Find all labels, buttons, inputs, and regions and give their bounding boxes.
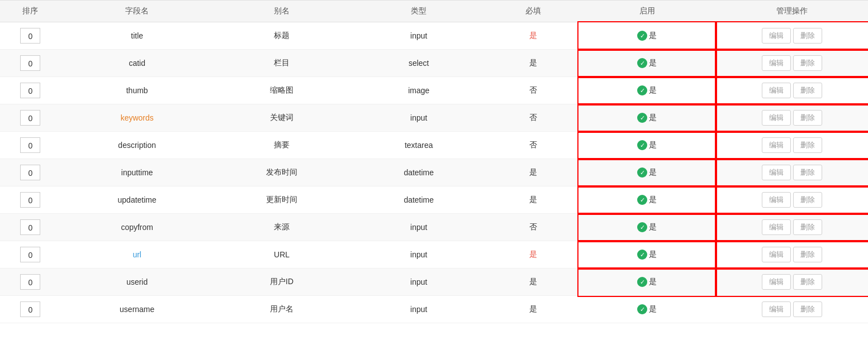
required-cell: 否 [487, 214, 578, 241]
table-row: 0urlURLinput是✓是编辑删除 [0, 241, 868, 269]
delete-button[interactable]: 删除 [793, 165, 822, 180]
type-cell: input [350, 22, 487, 50]
edit-button[interactable]: 编辑 [762, 55, 791, 71]
enabled-cell: ✓是 [578, 214, 715, 241]
alias-cell: 来源 [213, 214, 350, 241]
order-input[interactable]: 0 [20, 165, 40, 180]
field-name-cell: title [61, 22, 213, 50]
required-cell: 否 [487, 104, 578, 132]
required-cell: 是 [487, 269, 578, 296]
enabled-text: 是 [649, 31, 657, 41]
order-input[interactable]: 0 [20, 247, 40, 262]
alias-cell: URL [213, 241, 350, 269]
order-cell: 0 [0, 241, 61, 269]
enabled-cell: ✓是 [578, 50, 715, 77]
delete-button[interactable]: 删除 [793, 219, 822, 235]
enabled-text: 是 [649, 140, 657, 150]
order-input[interactable]: 0 [20, 28, 40, 44]
edit-button[interactable]: 编辑 [762, 83, 791, 98]
col-header-order: 排序 [0, 1, 61, 22]
type-cell: input [350, 214, 487, 241]
edit-button[interactable]: 编辑 [762, 219, 791, 235]
order-input[interactable]: 0 [20, 110, 40, 126]
edit-button[interactable]: 编辑 [762, 301, 791, 317]
edit-button[interactable]: 编辑 [762, 165, 791, 180]
edit-button[interactable]: 编辑 [762, 192, 791, 208]
delete-button[interactable]: 删除 [793, 110, 822, 126]
enabled-cell: ✓是 [578, 132, 715, 159]
actions-cell: 编辑删除 [716, 104, 869, 132]
required-text: 否 [529, 85, 537, 94]
delete-button[interactable]: 删除 [793, 55, 822, 71]
field-name-text: username [120, 305, 154, 314]
required-cell: 否 [487, 132, 578, 159]
enabled-text: 是 [649, 304, 657, 314]
required-text: 是 [529, 58, 537, 67]
delete-button[interactable]: 删除 [793, 137, 822, 153]
delete-button[interactable]: 删除 [793, 28, 822, 44]
enabled-cell: ✓是 [578, 77, 715, 104]
col-header-enabled: 启用 [578, 1, 715, 22]
type-cell: image [350, 77, 487, 104]
order-input[interactable]: 0 [20, 55, 40, 71]
enabled-cell: ✓是 [578, 159, 715, 186]
table-row: 0userid用户IDinput是✓是编辑删除 [0, 269, 868, 296]
check-icon: ✓ [637, 167, 647, 178]
order-input[interactable]: 0 [20, 274, 40, 290]
order-input[interactable]: 0 [20, 301, 40, 317]
field-name-text: userid [126, 277, 148, 286]
required-text: 是 [529, 277, 537, 286]
order-input[interactable]: 0 [20, 192, 40, 208]
table-row: 0title标题input是✓是编辑删除 [0, 22, 868, 50]
check-icon: ✓ [637, 31, 647, 41]
field-name-text: catid [129, 59, 145, 68]
field-name-cell: url [61, 241, 213, 269]
required-text: 是 [529, 250, 537, 258]
edit-button[interactable]: 编辑 [762, 110, 791, 126]
edit-button[interactable]: 编辑 [762, 137, 791, 153]
edit-button[interactable]: 编辑 [762, 274, 791, 290]
alias-cell: 用户ID [213, 269, 350, 296]
delete-button[interactable]: 删除 [793, 83, 822, 98]
order-cell: 0 [0, 214, 61, 241]
field-name-cell: keywords [61, 104, 213, 132]
required-text: 是 [529, 31, 537, 40]
alias-cell: 关键词 [213, 104, 350, 132]
field-name-text: thumb [126, 86, 148, 95]
check-icon: ✓ [637, 250, 647, 260]
col-header-field: 字段名 [61, 1, 213, 22]
check-icon: ✓ [637, 222, 647, 232]
table-row: 0catid栏目select是✓是编辑删除 [0, 50, 868, 77]
table-row: 0keywords关键词input否✓是编辑删除 [0, 104, 868, 132]
required-cell: 是 [487, 296, 578, 323]
edit-button[interactable]: 编辑 [762, 28, 791, 44]
enabled-cell: ✓是 [578, 186, 715, 214]
order-input[interactable]: 0 [20, 83, 40, 98]
actions-cell: 编辑删除 [716, 241, 869, 269]
required-cell: 是 [487, 50, 578, 77]
type-cell: select [350, 50, 487, 77]
order-input[interactable]: 0 [20, 219, 40, 235]
field-name-text: inputtime [121, 168, 153, 177]
field-name-cell: userid [61, 269, 213, 296]
enabled-text: 是 [649, 85, 657, 95]
delete-button[interactable]: 删除 [793, 274, 822, 290]
field-name-text: keywords [121, 113, 154, 122]
enabled-text: 是 [649, 222, 657, 232]
type-cell: input [350, 241, 487, 269]
check-icon: ✓ [637, 195, 647, 205]
order-input[interactable]: 0 [20, 137, 40, 153]
alias-cell: 更新时间 [213, 186, 350, 214]
delete-button[interactable]: 删除 [793, 301, 822, 317]
delete-button[interactable]: 删除 [793, 192, 822, 208]
order-cell: 0 [0, 50, 61, 77]
field-name-text: copyfrom [121, 223, 153, 232]
required-cell: 是 [487, 159, 578, 186]
delete-button[interactable]: 删除 [793, 247, 822, 262]
actions-cell: 编辑删除 [716, 22, 869, 50]
edit-button[interactable]: 编辑 [762, 247, 791, 262]
required-cell: 是 [487, 22, 578, 50]
order-cell: 0 [0, 104, 61, 132]
order-cell: 0 [0, 77, 61, 104]
required-cell: 是 [487, 241, 578, 269]
